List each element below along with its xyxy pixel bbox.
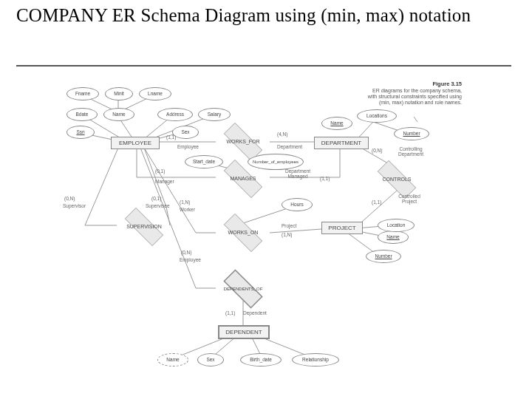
card-dept-manages: (1,1)	[320, 176, 330, 181]
rel-dependents-of: DEPENDENTS_OF	[216, 277, 270, 301]
rel-works-for: WORKS_FOR	[216, 131, 270, 153]
role-dept-managed: Department Managed	[279, 168, 317, 179]
attr-minit: Minit	[105, 87, 133, 100]
card-supervisor: (0,N)	[64, 196, 75, 201]
attr-locations: Locations	[357, 109, 397, 123]
attr-birth-date: Birth_date	[240, 353, 282, 366]
role-supervisor: Supervisor	[63, 203, 86, 208]
attr-bdate: Bdate	[66, 108, 98, 121]
attr-location-proj: Location	[378, 219, 415, 232]
attr-salary: Salary	[198, 108, 231, 121]
attr-sex-dep: Sex	[197, 353, 224, 366]
role-employee-do: Employee	[180, 257, 201, 262]
rel-dependents-of-label: DEPENDENTS_OF	[216, 277, 270, 301]
card-supervisee: (0,1)	[151, 196, 161, 201]
role-employee-wf: Employee	[177, 144, 199, 149]
attr-hours: Hours	[282, 198, 313, 211]
attr-number-dept: Number	[394, 127, 429, 140]
rel-controls: CONTROLS	[369, 168, 424, 191]
card-proj-controls: (1,1)	[372, 200, 381, 205]
entity-dependent: DEPENDENT	[218, 325, 270, 339]
entity-employee: EMPLOYEE	[111, 137, 160, 149]
card-dept-controls: (0,N)	[372, 148, 382, 153]
card-emp-dependents: (0,N)	[181, 250, 191, 255]
attr-name-emp: Name	[103, 108, 134, 121]
rel-manages-label: MANAGES	[216, 168, 270, 190]
svg-line-12	[414, 117, 417, 122]
role-supervisee: Supervisee	[146, 203, 170, 208]
attr-fname: Fname	[66, 87, 99, 100]
svg-line-32	[243, 207, 292, 223]
attr-relationship: Relationship	[292, 353, 339, 366]
card-dept-wf: (4,N)	[277, 132, 287, 137]
attr-sex-emp: Sex	[172, 126, 199, 139]
card-proj-works-on: (1,N)	[282, 232, 292, 237]
rel-manages: MANAGES	[216, 168, 270, 190]
svg-line-31	[270, 229, 321, 233]
role-project-wo: Project	[282, 223, 296, 228]
role-controlled-proj: Controlled Project	[391, 194, 428, 204]
title-rule	[16, 65, 511, 66]
rel-works-on: WORKS_ON	[216, 222, 270, 244]
rel-supervision: SUPERVISION	[117, 216, 171, 238]
attr-name-dept: Name	[321, 117, 352, 130]
card-emp-wf: (1,1)	[166, 134, 176, 140]
role-controlling-dept: Controlling Department	[391, 146, 431, 157]
er-diagram: Figure 3.15 ER diagrams for the company …	[63, 81, 462, 377]
card-dep-dependents: (1,1)	[225, 310, 235, 316]
attr-start-date: Start_date	[185, 155, 223, 168]
role-manager: Manager	[155, 179, 174, 184]
role-worker: Worker	[180, 207, 195, 212]
attr-address: Address	[157, 108, 193, 121]
entity-project: PROJECT	[321, 222, 363, 234]
attr-number-proj: Number	[366, 250, 401, 263]
attr-name-dep: Name	[157, 353, 188, 366]
rel-works-for-label: WORKS_FOR	[216, 131, 270, 153]
card-emp-works-on: (1,N)	[180, 200, 190, 205]
page-title: COMPANY ER Schema Diagram using (min, ma…	[16, 4, 471, 27]
role-dependent: Dependent	[243, 310, 267, 316]
rel-works-on-label: WORKS_ON	[216, 222, 270, 244]
rel-controls-label: CONTROLS	[369, 168, 424, 191]
rel-supervision-label: SUPERVISION	[117, 216, 171, 238]
attr-lname: Lname	[139, 87, 171, 100]
attr-name-proj: Name	[378, 231, 409, 244]
role-department-wf: Department	[277, 144, 302, 149]
card-emp-manages: (0,1)	[155, 168, 165, 174]
attr-ssn: Ssn	[66, 126, 95, 139]
svg-line-20	[85, 148, 118, 225]
entity-department: DEPARTMENT	[314, 137, 369, 149]
